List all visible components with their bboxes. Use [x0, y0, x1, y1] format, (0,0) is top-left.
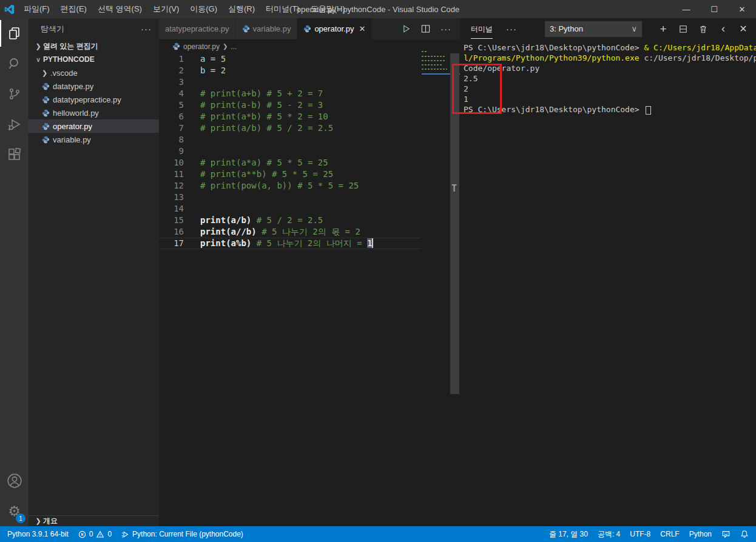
line-number: 11: [159, 169, 184, 180]
file-item-operator.py[interactable]: operator.py: [29, 119, 159, 133]
breadcrumb-more[interactable]: ...: [231, 42, 237, 51]
close-button[interactable]: ✕: [728, 0, 756, 18]
menu-item-3[interactable]: 보기(V): [147, 0, 184, 18]
line-text: print(a%b) # 5 나누기 2의 나머지 = 1: [184, 238, 373, 249]
status-encoding[interactable]: UTF-8: [630, 530, 650, 538]
maximize-button[interactable]: ☐: [700, 0, 728, 18]
settings-gear-icon[interactable]: ⚙ 1: [0, 496, 29, 526]
activity-run-debug-icon[interactable]: [0, 109, 29, 139]
terminal-more-actions-icon[interactable]: ···: [506, 24, 517, 34]
line-number: 8: [159, 134, 184, 146]
explorer-sidebar: 탐색기 ··· ❯ 열려 있는 편집기 ∨ PYTHONCODE ❯.vscod…: [29, 18, 159, 526]
code-line-5: 5# print(a-b) # 5 - 2 = 3: [159, 99, 420, 111]
line-text: print(a//b) # 5 나누기 2의 몫 = 2: [184, 226, 360, 238]
minimize-button[interactable]: —: [672, 0, 700, 18]
python-file-icon: [303, 25, 311, 33]
chevron-right-icon: ❯: [223, 43, 228, 50]
close-tab-icon[interactable]: ✕: [359, 24, 365, 33]
close-panel-icon[interactable]: ✕: [738, 23, 749, 35]
line-text: [184, 203, 200, 215]
code-line-12: 12# print(pow(a, b)) # 5 * 5 = 25: [159, 180, 420, 192]
activity-extensions-icon[interactable]: [0, 139, 29, 170]
menu-item-4[interactable]: 이동(G): [184, 0, 223, 18]
terminal-cursor: [646, 106, 651, 115]
status-run-config[interactable]: Python: Current File (pythonCode): [121, 530, 243, 538]
text-cursor: [372, 238, 373, 248]
chevron-right-icon: ❯: [33, 517, 43, 525]
file-label: variable.py: [53, 135, 91, 144]
feedback-icon[interactable]: [721, 530, 731, 538]
status-cursor-position[interactable]: 줄 17, 열 30: [549, 529, 588, 540]
split-editor-icon[interactable]: [421, 24, 430, 33]
chevron-down-icon: ∨: [631, 24, 637, 33]
file-item-variable.py[interactable]: variable.py: [29, 133, 159, 146]
terminal-line-5: 1: [464, 94, 755, 104]
python-file-icon: [42, 136, 53, 144]
line-number: 13: [159, 192, 184, 203]
menu-item-5[interactable]: 실행(R): [223, 0, 260, 18]
outline-section[interactable]: ❯ 개요: [29, 515, 159, 526]
tab-operator.py[interactable]: operator.py✕: [297, 18, 372, 39]
run-status-icon: [121, 530, 129, 538]
terminal-shell-select[interactable]: 3: Python ∨: [545, 21, 642, 37]
sidebar-more-actions-icon[interactable]: ···: [141, 24, 152, 34]
new-terminal-icon[interactable]: +: [658, 22, 669, 36]
scrollbar-glyph-t: T: [451, 183, 457, 194]
editor-group[interactable]: atatypepractice.pyvariable.pyoperator.py…: [159, 18, 460, 526]
file-label: datatype.py: [53, 82, 93, 91]
status-indentation[interactable]: 공백: 4: [598, 529, 620, 540]
status-problems[interactable]: 0 0: [78, 530, 112, 538]
menu-item-1[interactable]: 편집(E): [55, 0, 92, 18]
line-number: 12: [159, 180, 184, 192]
file-item-datatypepractice.py[interactable]: datatypepractice.py: [29, 93, 159, 106]
status-python-interpreter[interactable]: Python 3.9.1 64-bit: [7, 530, 69, 538]
line-text: [184, 146, 200, 157]
minimap[interactable]: [420, 42, 450, 85]
code-line-11: 11# print(a**b) # 5 * 5 = 25: [159, 169, 420, 180]
terminal-tab[interactable]: 터미널: [471, 19, 493, 39]
notifications-bell-icon[interactable]: [740, 530, 749, 538]
menu-item-2[interactable]: 선택 영역(S): [92, 0, 147, 18]
menu-item-7[interactable]: 도움말(H): [305, 0, 351, 18]
breadcrumb-file[interactable]: operator.py: [183, 42, 220, 51]
tab-variable.py[interactable]: variable.py: [236, 18, 298, 39]
line-text: # print(a+b) # 5 + 2 = 7: [184, 88, 323, 99]
activity-explorer-icon[interactable]: [0, 18, 29, 49]
vscode-logo-icon: [0, 4, 18, 15]
run-python-file-icon[interactable]: [402, 24, 411, 33]
line-text: b = 2: [184, 65, 226, 76]
split-terminal-icon[interactable]: [678, 25, 689, 33]
code-line-16: 16print(a//b) # 5 나누기 2의 몫 = 2: [159, 226, 420, 238]
account-icon[interactable]: [0, 466, 29, 496]
file-label: helloworld.py: [53, 109, 99, 118]
file-label: operator.py: [53, 122, 92, 131]
editor-more-actions-icon[interactable]: ···: [440, 24, 451, 34]
activity-search-icon[interactable]: [0, 49, 29, 79]
open-editors-section[interactable]: ❯ 열려 있는 편집기: [29, 39, 159, 53]
code-line-6: 6# print(a*b) # 5 * 2 = 10: [159, 111, 420, 122]
file-item-.vscode[interactable]: ❯.vscode: [29, 66, 159, 79]
line-number: 4: [159, 88, 184, 99]
terminal-line-6: PS C:\Users\jdr18\Desktop\pythonCode>: [464, 104, 755, 115]
code-area[interactable]: 1a = 52b = 234# print(a+b) # 5 + 2 = 75#…: [159, 53, 420, 526]
error-icon: [78, 530, 86, 538]
terminal-output[interactable]: PS C:\Users\jdr18\Desktop\pythonCode> & …: [464, 42, 755, 115]
line-number: 15: [159, 215, 184, 226]
code-line-2: 2b = 2: [159, 65, 420, 76]
line-text: # print(a**b) # 5 * 5 = 25: [184, 169, 333, 180]
code-line-10: 10# print(a*a) # 5 * 5 = 25: [159, 157, 420, 169]
terminal-panel[interactable]: 터미널 ··· 3: Python ∨ + ‹ ✕ PS C:\Users\jd…: [460, 18, 756, 526]
file-item-datatype.py[interactable]: datatype.py: [29, 79, 159, 93]
breadcrumb[interactable]: operator.py ❯ ...: [159, 39, 460, 53]
menu-item-6[interactable]: 터미널(T): [260, 0, 305, 18]
workspace-section[interactable]: ∨ PYTHONCODE: [29, 53, 159, 66]
kill-terminal-trash-icon[interactable]: [698, 25, 709, 33]
status-language[interactable]: Python: [689, 530, 712, 538]
activity-source-control-icon[interactable]: [0, 79, 29, 109]
chevron-left-icon[interactable]: ‹: [718, 22, 729, 35]
tab-atatypepractice.py[interactable]: atatypepractice.py: [159, 18, 236, 39]
menu-item-0[interactable]: 파일(F): [18, 0, 55, 18]
status-eol[interactable]: CRLF: [660, 530, 679, 538]
file-item-helloworld.py[interactable]: helloworld.py: [29, 106, 159, 119]
line-number: 6: [159, 111, 184, 122]
